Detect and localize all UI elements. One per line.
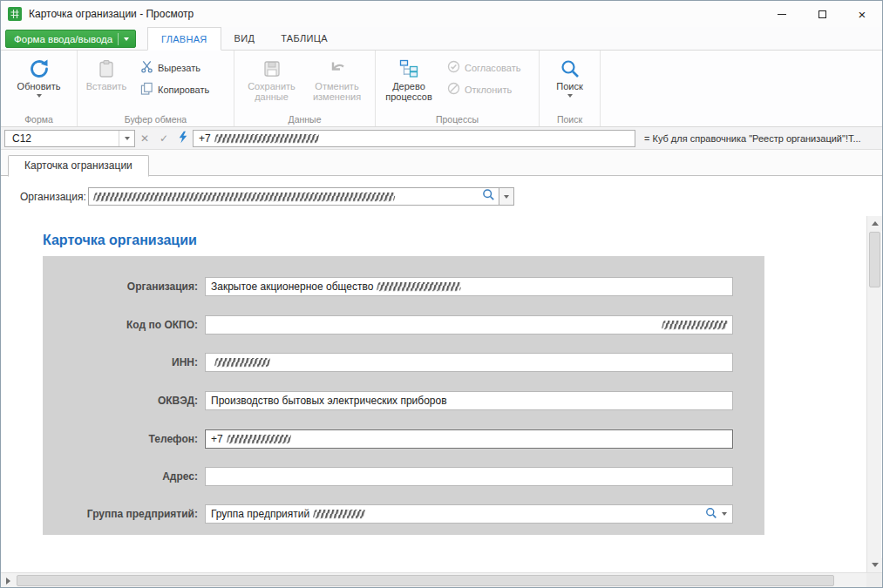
form-row-organization: Организация: Закрытое акционерное общест…	[43, 277, 764, 296]
chevron-down-icon	[567, 94, 573, 98]
calculate-button[interactable]	[173, 130, 193, 147]
paste-button[interactable]: Вставить	[79, 53, 133, 92]
minimize-icon	[778, 14, 786, 15]
process-tree-button[interactable]: Дерево процессов	[377, 53, 440, 103]
field-label: Телефон:	[43, 433, 198, 445]
divider	[118, 33, 119, 45]
scroll-up-button[interactable]	[867, 216, 882, 231]
reject-label: Отклонить	[465, 84, 512, 95]
horizontal-scroll-thumb[interactable]	[17, 575, 834, 586]
field-value: Группа предприятий	[211, 508, 309, 520]
form-heading: Карточка организации	[43, 233, 197, 248]
okved-input[interactable]: Производство бытовых электрических прибо…	[205, 391, 733, 410]
redacted-text	[214, 358, 270, 367]
redacted-text	[313, 510, 365, 518]
search-icon[interactable]	[482, 188, 495, 205]
form-io-menu-button[interactable]: Форма ввода/вывода	[5, 30, 136, 48]
lightning-icon	[178, 131, 188, 146]
approve-button[interactable]: Согласовать	[440, 58, 527, 78]
sheet-tab-org-card[interactable]: Карточка огранизации	[8, 155, 149, 177]
vertical-scrollbar[interactable]	[866, 216, 881, 572]
redacted-text	[662, 321, 728, 329]
group-label-forma: Форма	[1, 114, 77, 125]
horizontal-scrollbar[interactable]	[1, 572, 882, 587]
copy-label: Копировать	[158, 84, 209, 95]
reject-button[interactable]: Отклонить	[440, 80, 527, 99]
cancel-circle-icon	[447, 82, 460, 98]
organization-selector-dropdown[interactable]	[499, 187, 514, 206]
cell-name-box[interactable]: C12	[4, 130, 135, 147]
form-row-okved: ОКВЭД: Производство бытовых электрически…	[43, 391, 764, 410]
chevron-down-icon	[37, 94, 42, 98]
organization-selector-label: Организация:	[20, 191, 86, 203]
ribbon-tab-bar: Форма ввода/вывода ГЛАВНАЯ ВИД ТАБЛИЦА	[1, 27, 882, 51]
field-label: Организация:	[43, 280, 198, 293]
scroll-down-button[interactable]	[867, 558, 882, 572]
paste-label: Вставить	[86, 81, 127, 91]
group-label-data: Данные	[234, 114, 375, 125]
chevron-down-icon[interactable]	[722, 512, 727, 516]
cancel-entry-button[interactable]: ✕	[135, 130, 154, 147]
cut-button[interactable]: Вырезать	[133, 58, 216, 78]
organization-input[interactable]: Закрытое акционерное общество	[205, 277, 733, 296]
tab-glavnaya[interactable]: ГЛАВНАЯ	[147, 27, 221, 51]
undo-icon	[327, 57, 348, 80]
process-tree-label: Дерево процессов	[378, 81, 439, 102]
tab-vid[interactable]: ВИД	[221, 27, 268, 50]
formula-input[interactable]: +7	[193, 130, 635, 147]
address-input[interactable]	[205, 467, 733, 486]
close-icon: ×	[859, 8, 866, 21]
ribbon-group-data: Сохранить данные Отменить изменения Данн…	[234, 51, 376, 126]
organization-selector[interactable]	[88, 187, 499, 206]
ribbon-group-processes: Дерево процессов Согласовать Отклонить	[376, 51, 540, 126]
app-window: Карточка огранизации - Просмотр × Форма …	[0, 0, 883, 588]
check-circle-icon	[447, 60, 460, 77]
save-data-button[interactable]: Сохранить данные	[240, 53, 304, 103]
redacted-text	[377, 282, 462, 291]
form-row-group: Группа предприятий: Группа предприятий	[43, 504, 764, 524]
check-icon: ✓	[160, 132, 168, 145]
inn-input[interactable]	[205, 353, 733, 372]
ribbon-tabs: ГЛАВНАЯ ВИД ТАБЛИЦА	[147, 27, 341, 50]
sheet-tab-strip: Карточка огранизации	[1, 150, 882, 176]
vertical-scroll-thumb[interactable]	[869, 232, 880, 287]
scroll-right-button[interactable]	[1, 573, 16, 588]
form-content: Организация: Карточка организации Органи…	[1, 176, 882, 572]
minimize-button[interactable]	[762, 1, 802, 27]
maximize-icon	[818, 10, 826, 18]
arrow-down-icon	[872, 563, 879, 567]
form-row-inn: ИНН:	[43, 353, 764, 372]
field-label: Код по ОКПО:	[43, 319, 198, 331]
okpo-input[interactable]	[205, 315, 733, 335]
tab-tablitsa[interactable]: ТАБЛИЦА	[268, 27, 341, 50]
ribbon-group-search: Поиск Поиск	[540, 51, 601, 126]
approve-label: Согласовать	[465, 63, 520, 73]
scrollbar-corner	[866, 573, 882, 588]
group-label-processes: Процессы	[376, 114, 539, 125]
form-row-okpo: Код по ОКПО:	[43, 315, 764, 335]
enterprise-group-combo[interactable]: Группа предприятий	[205, 504, 733, 524]
search-button[interactable]: Поиск	[545, 53, 595, 98]
undo-changes-label: Отменить изменения	[305, 81, 370, 102]
form-panel: Организация: Закрытое акционерное общест…	[43, 256, 764, 535]
close-button[interactable]: ×	[842, 1, 882, 27]
paste-icon	[96, 57, 117, 80]
maximize-button[interactable]	[802, 1, 842, 27]
field-value: +7	[211, 433, 223, 445]
copy-button[interactable]: Копировать	[133, 80, 216, 99]
search-icon[interactable]	[705, 507, 717, 522]
redacted-text	[93, 193, 396, 201]
confirm-entry-button[interactable]: ✓	[154, 130, 173, 147]
undo-changes-button[interactable]: Отменить изменения	[304, 53, 370, 103]
field-value: Закрытое акционерное общество	[211, 280, 373, 293]
field-label: ОКВЭД:	[43, 395, 198, 407]
cell-reference: C12	[5, 132, 119, 145]
search-label: Поиск	[556, 81, 582, 91]
phone-input[interactable]: +7	[205, 429, 733, 449]
arrow-right-icon	[6, 578, 10, 585]
x-icon: ✕	[140, 132, 149, 145]
refresh-button[interactable]: Обновить	[10, 53, 69, 98]
title-bar: Карточка огранизации - Просмотр ×	[1, 1, 882, 27]
refresh-icon	[28, 57, 51, 80]
name-box-dropdown[interactable]	[119, 131, 134, 146]
